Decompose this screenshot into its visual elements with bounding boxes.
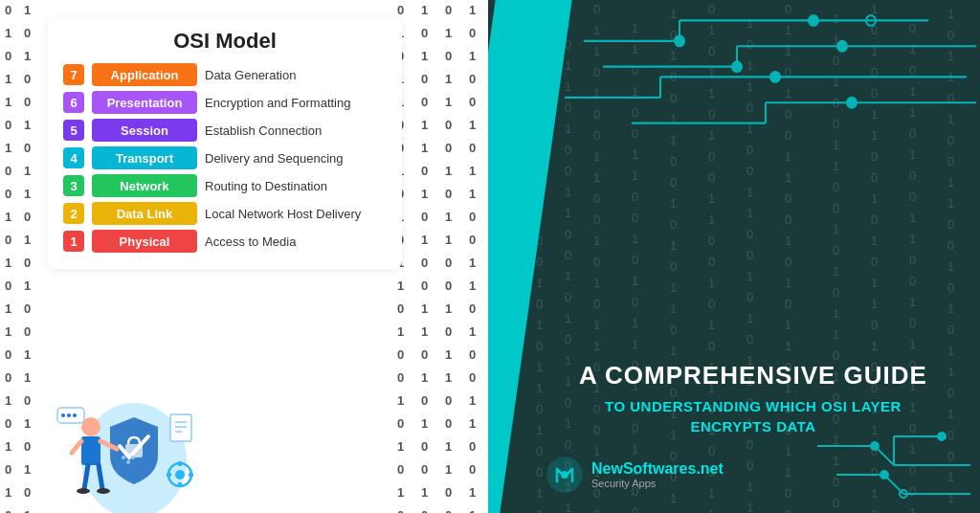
svg-point-11 <box>77 488 90 494</box>
logo-area: NewSoftwares.net Security Apps <box>546 456 724 494</box>
osi-layer-row: 1PhysicalAccess to Media <box>63 230 387 253</box>
layer-description: Establish Connection <box>205 123 322 138</box>
left-panel: 0101101001010110010101011010010110101001… <box>0 0 488 513</box>
svg-point-2 <box>122 456 125 459</box>
osi-model-card: OSI Model 7ApplicationData Generation6Pr… <box>48 17 402 269</box>
layer-name: Session <box>92 119 197 142</box>
svg-point-62 <box>880 471 888 479</box>
osi-layer-row: 2Data LinkLocal Network Host Delivery <box>63 202 387 225</box>
svg-point-14 <box>61 413 65 417</box>
layer-number: 3 <box>63 175 84 196</box>
right-panel: 0101101001100101011010011010110100110010… <box>488 0 980 513</box>
layer-description: Local Network Host Delivery <box>205 207 361 221</box>
layer-number: 2 <box>63 203 84 224</box>
logo-icon <box>546 456 584 494</box>
logo-tagline: Security Apps <box>591 478 724 489</box>
layer-name: Data Link <box>92 202 197 225</box>
logo-text: NewSoftwares.net Security Apps <box>591 460 724 489</box>
svg-point-3 <box>126 460 130 464</box>
svg-rect-25 <box>167 473 171 477</box>
circuit-diagram-bottom <box>817 427 970 503</box>
svg-rect-1 <box>125 444 143 457</box>
svg-point-4 <box>131 456 135 459</box>
guide-main-title: A COMPREHENSIVE GUIDE <box>546 361 961 390</box>
svg-point-31 <box>809 15 818 26</box>
logo-brand-name: NewSoftwares.net <box>591 460 724 478</box>
svg-point-58 <box>871 442 879 450</box>
layer-description: Delivery and Sequencing <box>205 151 344 166</box>
osi-layer-row: 4TransportDelivery and Sequencing <box>63 146 387 169</box>
svg-point-15 <box>67 413 71 417</box>
layer-description: Access to Media <box>205 234 296 249</box>
layer-description: Routing to Destination <box>205 179 327 193</box>
svg-rect-17 <box>170 414 191 441</box>
layer-name: Network <box>92 174 197 197</box>
svg-point-22 <box>175 470 185 480</box>
layer-description: Data Generation <box>205 68 296 82</box>
osi-layer-row: 6PresentationEncryption and Formatting <box>63 91 387 114</box>
layer-name: Presentation <box>92 91 197 114</box>
svg-rect-24 <box>178 482 182 487</box>
guide-subtitle-line2: ENCRYPTS DATA <box>690 418 815 435</box>
svg-point-54 <box>561 471 568 479</box>
svg-rect-6 <box>81 436 100 465</box>
svg-point-66 <box>938 433 946 440</box>
layer-number: 4 <box>63 147 84 168</box>
svg-point-12 <box>97 488 110 494</box>
osi-layer-row: 3NetworkRouting to Destination <box>63 174 387 197</box>
svg-point-52 <box>732 61 742 72</box>
svg-point-38 <box>837 41 847 52</box>
svg-point-16 <box>73 413 77 417</box>
svg-rect-23 <box>178 461 182 466</box>
osi-title: OSI Model <box>63 29 387 54</box>
layer-number: 5 <box>63 120 84 141</box>
svg-point-49 <box>847 98 857 108</box>
layer-name: Physical <box>92 230 197 253</box>
osi-layer-row: 7ApplicationData Generation <box>63 63 387 86</box>
svg-line-8 <box>72 441 81 453</box>
layer-number: 6 <box>63 92 84 113</box>
right-content-area: A COMPREHENSIVE GUIDE TO UNDERSTANDING W… <box>546 361 961 436</box>
svg-point-51 <box>675 36 684 47</box>
svg-rect-26 <box>189 473 193 477</box>
layer-number: 1 <box>63 231 84 252</box>
layer-description: Encryption and Formatting <box>205 96 350 110</box>
guide-subtitle-line1: TO UNDERSTANDING WHICH OSI LAYER <box>605 398 902 414</box>
layer-name: Application <box>92 63 197 86</box>
layer-name: Transport <box>92 146 197 169</box>
osi-layer-row: 5SessionEstablish Connection <box>63 119 387 142</box>
person-illustration <box>38 365 230 513</box>
layer-number: 7 <box>63 64 84 85</box>
